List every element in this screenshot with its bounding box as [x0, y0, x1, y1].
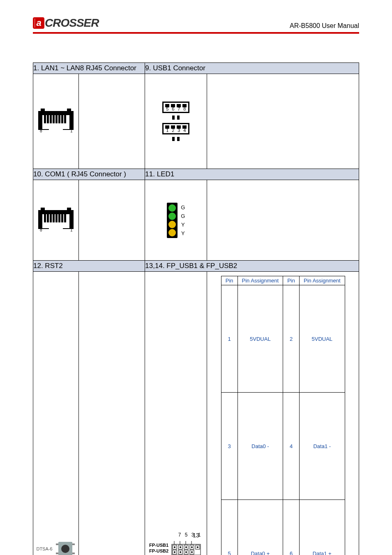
led1-image-cell: G G Y Y — [145, 180, 207, 261]
led-icon: G G Y Y — [167, 203, 185, 238]
section-11-header: 11. LED1 — [145, 169, 359, 180]
led-label: G — [181, 213, 185, 219]
rj45-icon: 8 1 — [37, 207, 74, 234]
pin-header: Pin — [283, 276, 300, 285]
logo-badge: a — [33, 17, 44, 29]
svg-rect-2 — [67, 109, 71, 113]
svg-rect-27 — [64, 214, 66, 222]
svg-point-48 — [185, 546, 187, 548]
rst2-desc-cell — [79, 272, 145, 555]
fpusb-pin-table-cell: Pin Pin Assignment Pin Pin Assignment 15… — [207, 272, 359, 555]
svg-rect-16 — [41, 208, 45, 212]
com1-desc-cell — [79, 180, 145, 261]
usb1-image-cell: 5678 1234 — [145, 74, 207, 169]
pin-header: Pin Assignment — [238, 276, 283, 285]
svg-rect-22 — [50, 214, 52, 222]
svg-rect-19 — [49, 225, 63, 230]
svg-point-54 — [174, 551, 175, 553]
section-12-header: 12. RST2 — [33, 261, 145, 272]
svg-rect-9 — [55, 115, 58, 123]
svg-rect-21 — [47, 214, 49, 222]
logo: aCROSSER — [33, 16, 99, 30]
led-green-icon — [168, 213, 176, 220]
table-row: 15VDUAL25VDUAL — [221, 285, 345, 393]
svg-rect-4 — [49, 126, 63, 131]
svg-point-31 — [61, 545, 69, 553]
svg-point-50 — [191, 546, 193, 548]
svg-rect-12 — [64, 115, 66, 123]
svg-rect-5 — [44, 115, 46, 123]
svg-point-56 — [180, 551, 181, 553]
section-13-header: 13,14. FP_USB1 & FP_USB2 — [145, 261, 359, 272]
svg-rect-20 — [44, 214, 46, 222]
svg-rect-1 — [41, 109, 45, 113]
svg-rect-35 — [72, 553, 75, 554]
section-10-header: 10. COM1 ( RJ45 Connector ) — [33, 169, 145, 180]
rst-label: DTSA-6 — [36, 546, 52, 551]
svg-rect-17 — [67, 208, 71, 212]
svg-rect-7 — [50, 115, 52, 123]
svg-rect-8 — [53, 115, 55, 123]
lan-desc-cell — [79, 74, 145, 169]
rst2-image-cell: DTSA-6 — [33, 272, 79, 555]
reset-button-icon: DTSA-6 — [33, 539, 78, 555]
svg-point-52 — [197, 546, 198, 548]
section-1-header: 1. LAN1 ~ LAN8 RJ45 Connector — [33, 63, 145, 74]
header-divider — [33, 32, 359, 34]
page-number: 13 — [0, 532, 392, 539]
pin-assignment-table: Pin Pin Assignment Pin Pin Assignment 15… — [221, 276, 345, 555]
connector-table: 1. LAN1 ~ LAN8 RJ45 Connector 9. USB1 Co… — [33, 62, 359, 555]
com1-rj45-image-cell: 8 1 — [33, 180, 79, 261]
svg-text:8: 8 — [40, 129, 42, 133]
document-title: AR-B5800 User Manual — [290, 22, 359, 30]
svg-rect-10 — [58, 115, 60, 123]
svg-point-60 — [191, 551, 193, 553]
svg-rect-34 — [72, 543, 75, 545]
logo-text: CROSSER — [45, 16, 99, 30]
svg-rect-32 — [56, 543, 58, 545]
svg-point-44 — [174, 546, 175, 548]
svg-text:1: 1 — [70, 228, 73, 232]
led-green-icon — [168, 204, 176, 212]
pin-header: Pin Assignment — [299, 276, 345, 285]
svg-text:8: 8 — [40, 228, 42, 232]
svg-rect-26 — [61, 214, 63, 222]
usb-connector-icon: 5678 1234 — [145, 102, 207, 141]
led-label: Y — [181, 222, 185, 228]
lan-rj45-image-cell: 8 1 — [33, 74, 79, 169]
svg-rect-25 — [58, 214, 60, 222]
svg-point-46 — [180, 546, 181, 548]
svg-rect-42 — [172, 544, 201, 555]
svg-rect-23 — [53, 214, 55, 222]
section-9-header: 9. USB1 Connector — [145, 63, 359, 74]
led-yellow-icon — [168, 221, 176, 228]
usb1-desc-cell — [207, 74, 359, 169]
svg-point-58 — [185, 551, 187, 553]
svg-rect-6 — [47, 115, 49, 123]
svg-text:1: 1 — [70, 129, 73, 133]
rj45-icon: 8 1 — [37, 108, 74, 135]
led-label: Y — [181, 230, 185, 236]
table-row: 5Data0 +6Data1 + — [221, 500, 345, 555]
led1-desc-cell — [207, 180, 359, 261]
svg-rect-24 — [55, 214, 58, 222]
led-yellow-icon — [168, 229, 176, 236]
table-row: 3Data0 -4Data1 - — [221, 393, 345, 500]
svg-text:FP-USB1: FP-USB1 — [149, 543, 168, 548]
fpusb-image-cell: 7 5 3 1 FP-USB1 FP-USB2 — [145, 272, 207, 555]
svg-text:FP-USB2: FP-USB2 — [149, 548, 168, 553]
svg-rect-33 — [56, 553, 58, 554]
svg-rect-11 — [61, 115, 63, 123]
pin-header: Pin — [221, 276, 238, 285]
led-label: G — [181, 204, 185, 210]
